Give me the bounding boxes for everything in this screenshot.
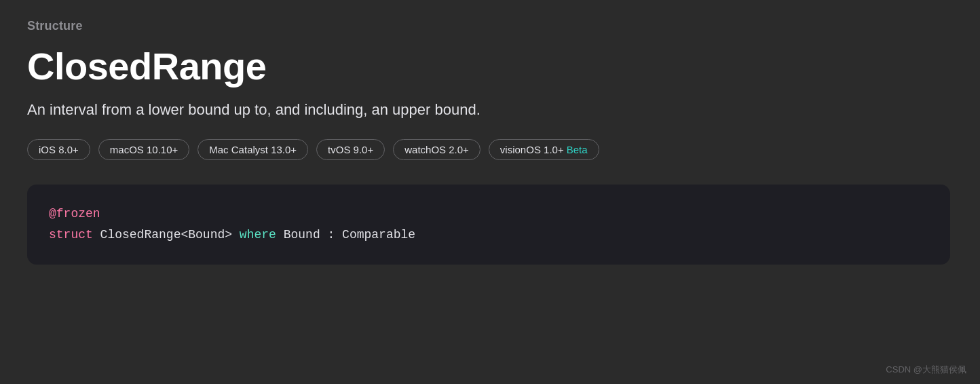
- badge-mac-catalyst-label: Mac Catalyst 13.0+: [209, 144, 297, 155]
- code-rest: Bound : Comparable: [276, 228, 415, 242]
- badges-row: iOS 8.0+ macOS 10.10+ Mac Catalyst 13.0+…: [27, 139, 953, 160]
- code-where-keyword: where: [240, 228, 276, 242]
- page-description: An interval from a lower bound up to, an…: [27, 100, 953, 121]
- code-line-1: @frozen: [49, 204, 928, 225]
- badge-tvos-label: tvOS 9.0+: [328, 144, 373, 155]
- code-type: ClosedRange<Bound>: [93, 228, 240, 242]
- badge-macos[interactable]: macOS 10.10+: [98, 139, 189, 160]
- badge-watchos[interactable]: watchOS 2.0+: [393, 139, 480, 160]
- code-block: @frozen struct ClosedRange<Bound> where …: [27, 185, 950, 264]
- code-keyword: struct: [49, 228, 93, 242]
- badge-visionos-label: visionOS 1.0+: [500, 144, 564, 155]
- badge-visionos[interactable]: visionOS 1.0+ Beta: [489, 139, 599, 160]
- code-attribute: @frozen: [49, 207, 100, 220]
- badge-watchos-label: watchOS 2.0+: [404, 144, 469, 155]
- code-line-2: struct ClosedRange<Bound> where Bound : …: [49, 225, 928, 246]
- badge-ios-label: iOS 8.0+: [39, 144, 79, 155]
- page-type-label: Structure: [27, 19, 953, 33]
- badge-ios[interactable]: iOS 8.0+: [27, 139, 90, 160]
- page-title: ClosedRange: [27, 45, 953, 88]
- badge-mac-catalyst[interactable]: Mac Catalyst 13.0+: [197, 139, 308, 160]
- badge-tvos[interactable]: tvOS 9.0+: [316, 139, 385, 160]
- badge-beta-label: Beta: [567, 144, 588, 155]
- badge-macos-label: macOS 10.10+: [110, 144, 178, 155]
- watermark: CSDN @大熊猫侯佩: [886, 364, 966, 376]
